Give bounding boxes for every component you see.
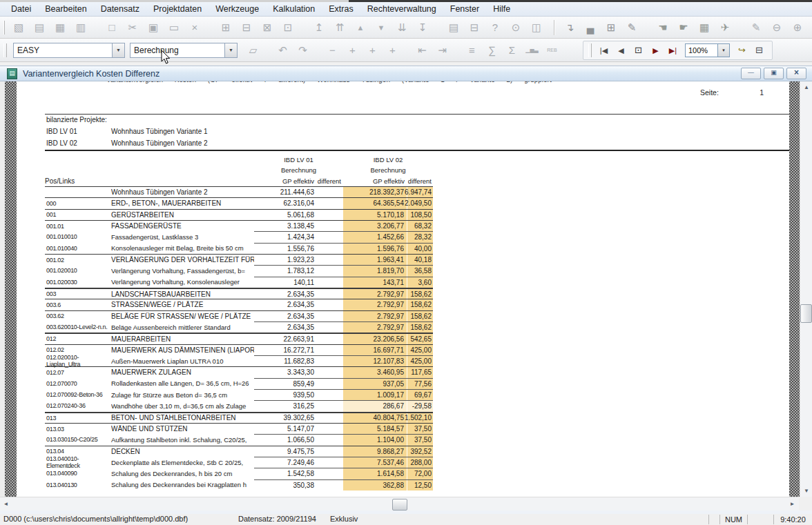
undo-icon[interactable]: ↶ <box>273 43 293 58</box>
value-lv01: 3.343,30 <box>254 367 314 377</box>
menu-projektdaten[interactable]: Projektdaten <box>146 2 209 16</box>
sum-icon[interactable]: Σ <box>502 43 522 58</box>
insert-row-icon[interactable]: + <box>342 43 362 58</box>
move-up-icon[interactable]: ▲ <box>350 20 371 35</box>
row-description: WÄNDE UND STÜTZEN <box>111 425 254 433</box>
horizontal-scrollbar[interactable]: ◄ ► <box>0 497 799 511</box>
close-button[interactable]: × <box>786 68 806 79</box>
hand-forward-icon[interactable]: ☛ <box>673 20 694 35</box>
redo-icon[interactable]: ↷ <box>293 43 313 58</box>
toolbar-grip[interactable] <box>588 43 592 57</box>
move-last-icon[interactable]: ↧ <box>412 20 433 35</box>
paste-icon[interactable]: ▭ <box>164 20 184 35</box>
stats-icon[interactable]: ▁▅▃ <box>522 43 542 58</box>
transfer-icon[interactable]: ↴ <box>559 20 580 35</box>
row-description: DECKEN <box>111 448 254 455</box>
send-icon[interactable]: ✈ <box>715 20 735 35</box>
tiles-icon[interactable]: ▦ <box>694 20 715 35</box>
scroll-left-icon[interactable]: ◄ <box>0 498 12 510</box>
exit-icon[interactable]: ↪ <box>733 43 751 58</box>
remove-row-icon[interactable]: − <box>322 43 342 58</box>
move-first-icon[interactable]: ↥ <box>309 20 329 35</box>
tree-branch-icon[interactable]: ⊠ <box>257 20 278 35</box>
menu-extras[interactable]: Extras <box>322 2 360 16</box>
picture-icon[interactable]: ▦ <box>50 20 70 35</box>
library-icon[interactable]: ▄ <box>580 20 601 35</box>
value-lv01: 22.663,91 <box>254 334 314 344</box>
split-window-icon[interactable]: ◫ <box>526 20 547 35</box>
add-row-icon[interactable]: + <box>362 43 383 58</box>
hand-back-icon[interactable]: ☚ <box>652 20 673 35</box>
project-id: IBD LV 01 <box>46 128 77 135</box>
next-page-icon[interactable]: ▶ <box>647 43 664 58</box>
project-combo[interactable]: EASY ▼ <box>13 43 125 58</box>
indent-icon[interactable]: ⇥ <box>432 43 452 58</box>
open-book-icon[interactable]: ◫ <box>808 20 812 35</box>
copy-icon[interactable]: ▣ <box>143 20 164 35</box>
scroll-right-icon[interactable]: ► <box>786 498 798 510</box>
chevron-down-icon[interactable]: ▼ <box>717 44 729 57</box>
vertical-scrollbar[interactable]: ▲ ▼ <box>800 81 812 497</box>
menu-datensatz[interactable]: Datensatz <box>94 2 146 16</box>
view-combo-value[interactable]: Berechnung <box>130 43 224 57</box>
delete-icon[interactable]: × <box>184 20 205 35</box>
doc-add-icon[interactable]: ⊞ <box>601 20 621 35</box>
minimize-button[interactable]: — <box>741 68 761 79</box>
prev-page-icon[interactable]: ◀ <box>612 43 630 58</box>
zoom-in-doc-icon[interactable]: ⊕ <box>787 20 808 35</box>
chevron-down-icon[interactable]: ▼ <box>224 43 237 57</box>
project-combo-value[interactable]: EASY <box>14 43 112 57</box>
new-document-icon[interactable]: □ <box>102 20 122 35</box>
vertical-scrollbar-thumb[interactable] <box>800 304 812 323</box>
row-description: BELÄGE FÜR STRASSEN/ WEGE / PLÄTZE <box>111 313 254 320</box>
menu-bar: DateiBearbeitenDatensatzProjektdatenWerk… <box>0 2 812 17</box>
move-down-fast-icon[interactable]: ⇊ <box>392 20 412 35</box>
move-down-icon[interactable]: ▼ <box>371 20 392 35</box>
copy-pages-icon[interactable]: ⊡ <box>630 43 647 58</box>
last-page-icon[interactable]: ▶| <box>664 43 682 58</box>
menu-kalkulation[interactable]: Kalkulation <box>266 2 322 16</box>
move-up-fast-icon[interactable]: ⇈ <box>329 20 350 35</box>
scroll-down-icon[interactable]: ▼ <box>800 485 812 497</box>
image-preview-icon[interactable]: ▧ <box>8 20 29 35</box>
menu-werkzeuge[interactable]: Werkzeuge <box>209 2 266 16</box>
add-special-icon[interactable]: + <box>383 43 403 58</box>
menu-datei[interactable]: Datei <box>4 2 38 16</box>
formula-icon[interactable]: ∑ <box>482 43 502 58</box>
outdent-icon[interactable]: ⇤ <box>412 43 432 58</box>
tree-levels-icon[interactable]: ⊡ <box>278 20 298 35</box>
zoom-value[interactable]: 100% <box>686 44 717 57</box>
search-icon[interactable]: ⊙ <box>505 20 526 35</box>
view-combo[interactable]: Berechnung ▼ <box>130 43 238 58</box>
tree-outline-icon[interactable]: ⊟ <box>236 20 257 35</box>
menu-rechteverwaltung[interactable]: Rechteverwaltung <box>360 2 443 16</box>
edit-pencil-icon[interactable]: ✎ <box>746 20 766 35</box>
print-icon[interactable]: ⊟ <box>464 20 485 35</box>
first-page-icon[interactable]: |◀ <box>595 43 612 58</box>
tree-insert-icon[interactable]: ⊞ <box>215 20 236 35</box>
value-lv02: 2.792,97 <box>343 311 407 321</box>
scroll-up-icon[interactable]: ▲ <box>800 81 812 93</box>
menu-hilfe[interactable]: Hilfe <box>486 2 517 16</box>
catalog-icon[interactable]: ▥ <box>70 20 91 35</box>
zoom-out-doc-icon[interactable]: ⊖ <box>766 20 787 35</box>
open-template-icon[interactable]: ▱ <box>243 43 263 58</box>
value-lv02: 12.107,83 <box>343 356 407 366</box>
doc-edit-icon[interactable]: ✎ <box>621 20 642 35</box>
print-report-icon[interactable]: ⊟ <box>751 43 768 58</box>
reb-icon[interactable]: REB <box>542 43 562 58</box>
restore-button[interactable]: ▣ <box>764 68 784 79</box>
horizontal-scrollbar-thumb[interactable] <box>392 499 407 511</box>
zoom-combo[interactable]: 100% ▼ <box>685 43 730 57</box>
list-icon[interactable]: ≡ <box>462 43 482 58</box>
help-icon[interactable]: ? <box>485 20 505 35</box>
menu-bearbeiten[interactable]: Bearbeiten <box>38 2 93 16</box>
page-setup-icon[interactable]: ▤ <box>443 20 464 35</box>
row-values: 316,25286,67-29,58 <box>254 400 433 411</box>
report-view-icon[interactable]: ▤ <box>29 20 50 35</box>
toolbar-grip[interactable] <box>3 21 5 34</box>
menu-fenster[interactable]: Fenster <box>443 2 486 16</box>
chevron-down-icon[interactable]: ▼ <box>112 43 124 57</box>
toolbar-grip[interactable] <box>3 43 7 57</box>
cut-icon[interactable]: ✂ <box>122 20 143 35</box>
